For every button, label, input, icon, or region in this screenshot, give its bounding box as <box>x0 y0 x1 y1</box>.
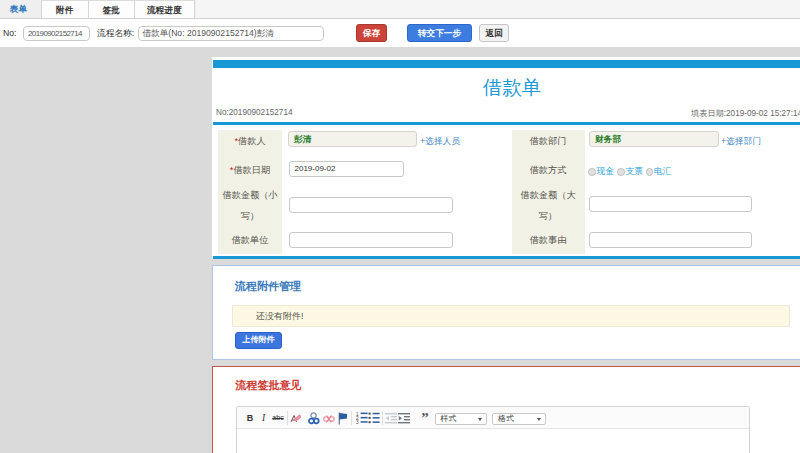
svg-text:3: 3 <box>356 420 359 424</box>
